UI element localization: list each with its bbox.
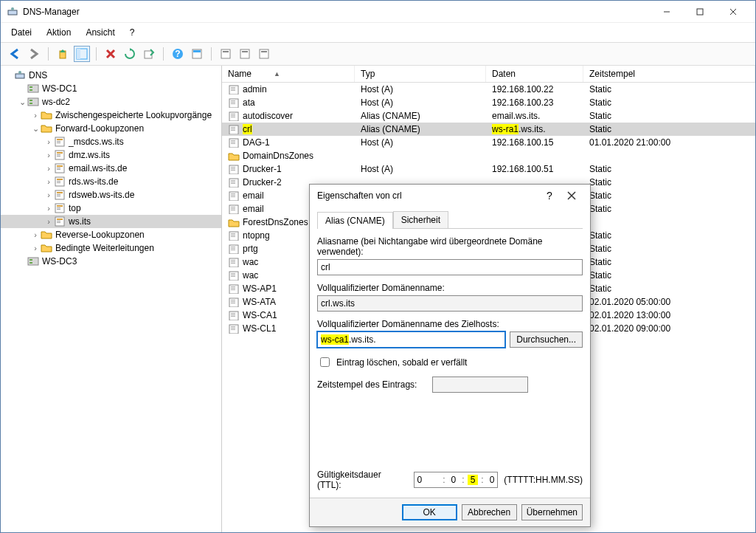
menu-datei[interactable]: Datei: [8, 26, 35, 39]
expand-toggle-icon[interactable]: ⌄: [30, 124, 41, 134]
expand-toggle-icon[interactable]: ›: [30, 230, 41, 239]
maximize-button[interactable]: [683, 1, 716, 22]
tree-root-label: DNS: [29, 70, 47, 80]
prop-button-1[interactable]: [218, 46, 234, 62]
tab-alias[interactable]: Alias (CNAME): [317, 212, 393, 229]
tree-item-label: Forward-Lookupzonen: [55, 123, 144, 134]
folder-icon: [41, 123, 52, 134]
tree-item[interactable]: › email.ws-its.de: [1, 162, 221, 175]
nav-back-button[interactable]: [7, 46, 23, 62]
col-name[interactable]: Name▲: [222, 66, 355, 82]
expand-toggle-icon[interactable]: ›: [44, 190, 54, 199]
prop-button-2[interactable]: [237, 46, 253, 62]
delete-button[interactable]: [103, 46, 119, 62]
menu-aktion[interactable]: Aktion: [44, 26, 74, 39]
tree-item[interactable]: › dmz.ws.its: [1, 148, 221, 162]
tree-item[interactable]: WS-DC3: [1, 255, 221, 268]
menu-help[interactable]: ?: [127, 26, 138, 39]
tree-pane[interactable]: DNS WS-DC1⌄ ws-dc2› Zwischengespeicherte…: [1, 66, 222, 532]
tree-item-label: rds.ws-its.de: [69, 176, 118, 187]
up-button[interactable]: [55, 46, 71, 62]
tree-item[interactable]: › rdsweb.ws-its.de: [1, 188, 221, 202]
expand-toggle-icon[interactable]: ›: [30, 244, 41, 252]
tree-item[interactable]: › ws.its: [1, 215, 221, 228]
label-aliasname: Aliasname (bei Nichtangabe wird übergeor…: [317, 236, 583, 257]
tab-security[interactable]: Sicherheit: [393, 211, 448, 228]
tree-item[interactable]: ⌄ ws-dc2: [1, 95, 221, 109]
cell-name: admin: [222, 84, 355, 95]
expand-toggle-icon[interactable]: ›: [44, 204, 54, 213]
apply-button[interactable]: Übernehmen: [521, 504, 583, 520]
rec-icon: [228, 164, 240, 174]
tree-item[interactable]: › top: [1, 202, 221, 215]
tree-item[interactable]: › Bedingte Weiterleitungen: [1, 241, 221, 255]
tree-root[interactable]: DNS: [1, 69, 221, 82]
rec-icon: [228, 283, 240, 294]
cell-zeitstempel: 02.01.2020 05:00:00: [583, 297, 755, 307]
dialog-help-button[interactable]: ?: [538, 185, 561, 206]
ok-button[interactable]: OK: [402, 504, 457, 520]
folder-icon: [41, 109, 52, 121]
rec-icon: [228, 111, 240, 121]
expand-toggle-icon[interactable]: ›: [44, 137, 54, 146]
browse-button[interactable]: Durchsuchen...: [510, 331, 583, 348]
label-target: Vollqualifizierter Domänenname des Zielh…: [317, 319, 583, 329]
cell-zeitstempel: 02.01.2020 09:00:00: [583, 323, 755, 334]
tree-item[interactable]: ⌄ Forward-Lookupzonen: [1, 122, 221, 135]
list-row[interactable]: Drucker-1 Host (A) 192.168.100.51 Static: [222, 162, 755, 176]
expand-toggle-icon[interactable]: ›: [44, 151, 54, 159]
export-button[interactable]: [141, 46, 157, 62]
minimize-button[interactable]: [650, 1, 683, 22]
checkbox-delete-stale[interactable]: [320, 357, 330, 367]
tree-item-label: Reverse-Lookupzonen: [55, 230, 145, 240]
ttl-format-hint: (TTTTT:HH.MM.SS): [504, 475, 583, 485]
col-typ[interactable]: Typ: [355, 66, 486, 82]
show-tree-button[interactable]: [74, 46, 90, 62]
server-icon: [27, 255, 39, 267]
list-row[interactable]: autodiscover Alias (CNAME) email.ws.its.…: [222, 109, 755, 123]
expand-toggle-icon[interactable]: ›: [44, 164, 54, 173]
label-ttl: Gültigkeitsdauer (TTL):: [317, 470, 408, 490]
tree-item-label: dmz.ws.its: [69, 150, 110, 160]
cell-zeitstempel: Static: [583, 124, 755, 134]
list-row[interactable]: DAG-1 Host (A) 192.168.100.15 01.01.2020…: [222, 136, 755, 149]
expand-toggle-icon[interactable]: ›: [30, 111, 41, 120]
cell-zeitstempel: Static: [583, 190, 755, 201]
input-aliasname[interactable]: [317, 259, 583, 275]
list-row[interactable]: ata Host (A) 192.168.100.23 Static: [222, 96, 755, 109]
list-row[interactable]: admin Host (A) 192.168.100.22 Static: [222, 83, 755, 96]
cell-zeitstempel: Static: [583, 97, 755, 108]
help-button[interactable]: [170, 46, 186, 62]
tree-item[interactable]: › _msdcs.ws.its: [1, 135, 221, 148]
tree-item-label: Zwischengespeicherte Lookupvorgänge: [55, 110, 212, 120]
menu-ansicht[interactable]: Ansicht: [83, 26, 117, 39]
tree-item[interactable]: › Reverse-Lookupzonen: [1, 228, 221, 241]
cell-zeitstempel: 02.01.2020 13:00:00: [583, 310, 755, 320]
ttl-input[interactable]: 0 :0 :5 :0: [414, 472, 499, 488]
prop-button-3[interactable]: [256, 46, 272, 62]
input-target[interactable]: ws-ca1.ws.its.: [317, 331, 505, 348]
tree-item[interactable]: WS-DC1: [1, 82, 221, 95]
tree-item[interactable]: › Zwischengespeicherte Lookupvorgänge: [1, 109, 221, 122]
expand-toggle-icon[interactable]: ›: [44, 177, 54, 186]
folder-icon: [41, 229, 52, 241]
close-button[interactable]: [716, 1, 749, 22]
cell-typ: Host (A): [355, 97, 486, 108]
col-daten[interactable]: Daten: [486, 66, 583, 82]
menubar: Datei Aktion Ansicht ?: [1, 23, 755, 43]
cell-typ: Host (A): [355, 137, 486, 148]
cancel-button[interactable]: Abbrechen: [462, 504, 517, 520]
filter-button[interactable]: [189, 46, 205, 62]
nav-fwd-button[interactable]: [26, 46, 42, 62]
list-row[interactable]: DomainDnsZones: [222, 149, 755, 162]
list-row[interactable]: crl Alias (CNAME) ws-ra1.ws.its. Static: [222, 123, 755, 136]
tree-item[interactable]: › rds.ws-its.de: [1, 175, 221, 188]
dialog-close-button[interactable]: [561, 185, 583, 206]
expand-toggle-icon[interactable]: ›: [44, 217, 54, 226]
cell-name: crl: [222, 124, 355, 135]
zone-icon: [54, 202, 66, 214]
expand-toggle-icon[interactable]: ⌄: [17, 97, 27, 107]
col-zeitstempel[interactable]: Zeitstempel: [583, 66, 755, 82]
cell-zeitstempel: Static: [583, 283, 755, 294]
refresh-button[interactable]: [122, 46, 138, 62]
